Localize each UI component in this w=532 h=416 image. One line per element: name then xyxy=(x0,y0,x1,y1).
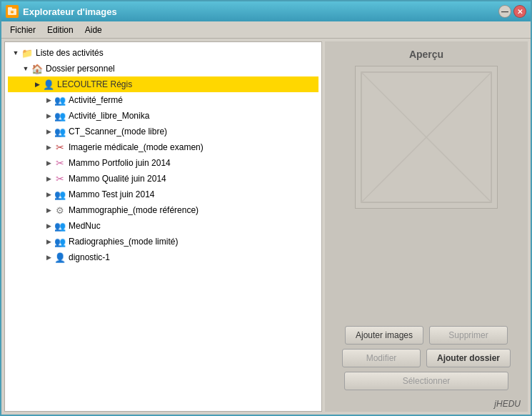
mammo-qualite-label: Mammo Qualité juin 2014 xyxy=(69,174,166,184)
list-item[interactable]: ▶ 👥 Mammo Test juin 2014 xyxy=(8,187,318,202)
users-icon: 👥 xyxy=(54,235,66,248)
tree-arrow-lecoultre[interactable]: ▶ xyxy=(32,79,42,89)
user-icon: 👤 xyxy=(42,78,55,91)
modifier-button[interactable]: Modifier xyxy=(342,349,421,367)
menu-edition[interactable]: Edition xyxy=(41,24,79,36)
radiographies-label: Radiographies_(mode limité) xyxy=(69,237,178,247)
activite-ferme-label: Activité_fermé xyxy=(69,95,123,105)
tree-arrow[interactable]: ▶ xyxy=(44,221,54,231)
lecoultre-label: LECOULTRE Régis xyxy=(57,79,132,89)
users-icon: 👥 xyxy=(54,125,66,138)
branding-label: jHEDU xyxy=(325,396,528,412)
scissors-icon: ✂ xyxy=(54,157,66,169)
ajouter-images-button[interactable]: Ajouter images xyxy=(345,326,423,345)
tree-arrow[interactable]: ▶ xyxy=(44,237,54,247)
mednuc-label: MedNuc xyxy=(69,221,101,231)
list-item[interactable]: ▶ 👥 Radiographies_(mode limité) xyxy=(8,234,318,249)
main-content: ▼ 📁 Liste des activités ▼ 🏠 Dossier pers… xyxy=(1,39,531,415)
buttons-area: Ajouter images Supprimer Modifier Ajoute… xyxy=(325,320,528,396)
apercu-title: Aperçu xyxy=(409,49,443,60)
btn-row-1: Ajouter images Supprimer xyxy=(332,326,521,345)
tree-arrow[interactable]: ▶ xyxy=(44,127,54,137)
title-bar: Explorateur d'images — ✕ xyxy=(1,1,531,21)
list-item[interactable]: ▶ 👥 Activité_libre_Monika xyxy=(8,108,318,124)
tree-arrow[interactable]: ▶ xyxy=(44,95,54,105)
tree-container: ▼ 📁 Liste des activités ▼ 🏠 Dossier pers… xyxy=(5,42,321,268)
ajouter-dossier-button[interactable]: Ajouter dossier xyxy=(426,349,511,367)
mammo-portfolio-label: Mammo Portfolio juin 2014 xyxy=(69,158,171,168)
tree-root-label: Liste des activités xyxy=(36,48,104,58)
close-button[interactable]: ✕ xyxy=(513,5,526,18)
preview-box xyxy=(355,66,498,209)
tree-arrow[interactable]: ▶ xyxy=(44,111,54,121)
dossier-label: Dossier personnel xyxy=(46,64,115,74)
gear-icon: ⚙ xyxy=(54,204,66,217)
minimize-button[interactable]: — xyxy=(498,5,511,18)
users-icon: 👥 xyxy=(54,109,66,122)
scissors-icon: ✂ xyxy=(54,172,66,185)
mammo-test-label: Mammo Test juin 2014 xyxy=(69,189,155,199)
menu-fichier[interactable]: Fichier xyxy=(4,24,41,36)
ct-scanner-label: CT_Scanner_(mode libre) xyxy=(69,127,167,137)
menubar: Fichier Edition Aide xyxy=(1,21,531,39)
tree-root[interactable]: ▼ 📁 Liste des activités xyxy=(8,45,318,61)
menu-aide[interactable]: Aide xyxy=(79,24,108,36)
list-item[interactable]: ▶ ✂ Imagerie médicale_(mode examen) xyxy=(8,139,318,155)
tree-arrow[interactable]: ▶ xyxy=(44,142,54,152)
tree-arrow[interactable]: ▶ xyxy=(44,252,54,262)
tree-arrow-dossier[interactable]: ▼ xyxy=(21,64,31,74)
btn-row-2: Modifier Ajouter dossier xyxy=(332,349,521,367)
home-icon: 🏠 xyxy=(31,62,44,75)
list-item[interactable]: ▶ ✂ Mammo Portfolio juin 2014 xyxy=(8,155,318,171)
list-item[interactable]: ▶ ✂ Mammo Qualité juin 2014 xyxy=(8,171,318,187)
svg-rect-1 xyxy=(8,7,12,9)
list-item[interactable]: ▶ 👥 CT_Scanner_(mode libre) xyxy=(8,124,318,139)
supprimer-button[interactable]: Supprimer xyxy=(429,326,508,345)
mammographie-label: Mammographie_(mode référence) xyxy=(69,205,199,215)
scissors-icon: ✂ xyxy=(54,141,66,154)
main-window: Explorateur d'images — ✕ Fichier Edition… xyxy=(0,0,532,416)
activite-libre-label: Activité_libre_Monika xyxy=(69,111,149,121)
app-icon xyxy=(6,5,19,18)
right-panel: Aperçu Ajouter images Supprimer Modifier… xyxy=(325,41,528,412)
users-icon: 👥 xyxy=(54,188,66,201)
list-item[interactable]: ▶ 👥 MedNuc xyxy=(8,218,318,234)
tree-arrow[interactable]: ▶ xyxy=(44,205,54,215)
tree-arrow[interactable]: ▶ xyxy=(44,158,54,168)
imagerie-label: Imagerie médicale_(mode examen) xyxy=(69,142,204,152)
user-icon: 👤 xyxy=(54,251,66,264)
window-controls: — ✕ xyxy=(498,5,526,18)
left-panel: ▼ 📁 Liste des activités ▼ 🏠 Dossier pers… xyxy=(4,41,322,412)
list-item[interactable]: ▼ 🏠 Dossier personnel xyxy=(8,61,318,76)
dignostic-label: dignostic-1 xyxy=(69,252,110,262)
list-item[interactable]: ▶ 👤 LECOULTRE Régis xyxy=(8,76,318,92)
btn-row-3: Sélectionner xyxy=(332,372,521,390)
folder-icon: 📁 xyxy=(21,46,34,59)
users-icon: 👥 xyxy=(54,219,66,232)
tree-arrow-root[interactable]: ▼ xyxy=(11,48,21,58)
preview-diagonal xyxy=(356,66,497,208)
list-item[interactable]: ▶ ⚙ Mammographie_(mode référence) xyxy=(8,202,318,218)
selectionner-button[interactable]: Sélectionner xyxy=(344,372,508,390)
tree-arrow[interactable]: ▶ xyxy=(44,174,54,184)
tree-arrow[interactable]: ▶ xyxy=(44,189,54,199)
users-icon: 👥 xyxy=(54,94,66,107)
window-title: Explorateur d'images xyxy=(23,6,498,17)
list-item[interactable]: ▶ 👥 Activité_fermé xyxy=(8,92,318,108)
list-item[interactable]: ▶ 👤 dignostic-1 xyxy=(8,249,318,265)
